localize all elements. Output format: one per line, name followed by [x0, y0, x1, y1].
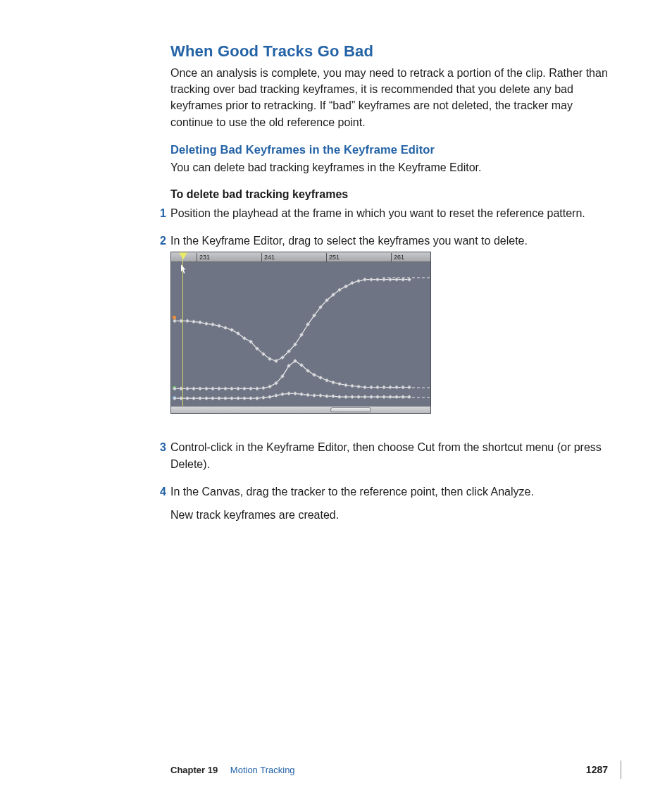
ruler-tick: 231 [197, 253, 210, 262]
svg-rect-78 [407, 386, 411, 390]
subsection-text: You can delete bad tracking keyframes in… [170, 159, 610, 175]
svg-rect-54 [255, 387, 259, 391]
step-result: New track keyframes are created. [170, 507, 610, 523]
chapter-label: Chapter 19 [170, 765, 218, 775]
svg-rect-49 [223, 387, 228, 391]
svg-rect-36 [382, 278, 386, 282]
svg-rect-112 [382, 395, 386, 400]
step-text: Position the playhead at the frame in wh… [170, 207, 585, 219]
svg-rect-65 [325, 378, 329, 383]
svg-rect-70 [356, 385, 361, 389]
keyframe-curves [171, 262, 431, 407]
svg-rect-32 [356, 279, 361, 283]
horizontal-scrollbar [171, 406, 430, 413]
svg-rect-86 [217, 397, 221, 401]
svg-rect-67 [337, 382, 342, 386]
svg-rect-34 [369, 278, 373, 282]
timeline-ruler: 231 241 251 261 [171, 252, 430, 262]
page-number: 1287 [586, 764, 608, 775]
svg-rect-108 [356, 395, 361, 400]
svg-rect-50 [230, 387, 234, 391]
svg-rect-92 [255, 397, 259, 401]
svg-rect-69 [350, 384, 354, 388]
svg-rect-91 [249, 397, 253, 401]
svg-rect-5 [185, 319, 189, 324]
svg-rect-7 [198, 321, 202, 325]
svg-rect-39 [401, 278, 405, 282]
svg-rect-11 [223, 326, 228, 331]
svg-rect-100 [306, 393, 310, 398]
svg-rect-105 [337, 395, 342, 400]
step-3: 3 Control-click in the Keyframe Editor, … [170, 439, 610, 483]
svg-rect-12 [230, 328, 234, 333]
svg-rect-76 [394, 386, 399, 390]
svg-rect-82 [192, 397, 196, 401]
svg-rect-52 [242, 387, 247, 391]
instruction-title: To delete bad tracking keyframes [170, 188, 610, 201]
ruler-tick: 251 [326, 253, 340, 262]
step-number: 4 [155, 483, 166, 500]
svg-rect-30 [344, 285, 348, 289]
svg-rect-31 [350, 281, 354, 285]
svg-rect-10 [217, 324, 221, 328]
ruler-tick: 261 [391, 253, 404, 262]
step-text: Control-click in the Keyframe Editor, th… [170, 441, 602, 469]
svg-rect-77 [401, 386, 405, 390]
svg-rect-40 [407, 278, 411, 282]
svg-rect-48 [217, 387, 221, 391]
svg-rect-6 [192, 320, 196, 324]
svg-rect-33 [363, 278, 367, 282]
svg-rect-110 [369, 395, 373, 400]
svg-rect-8 [204, 322, 209, 326]
svg-rect-64 [318, 376, 323, 380]
svg-rect-19 [274, 359, 278, 364]
scrollbar-thumb [330, 407, 371, 412]
svg-rect-43 [185, 387, 189, 391]
playhead-line [182, 252, 183, 406]
step-text: In the Keyframe Editor, drag to select t… [170, 235, 528, 247]
step-text: In the Canvas, drag the tracker to the r… [170, 486, 534, 498]
svg-rect-93 [261, 396, 266, 400]
svg-rect-104 [331, 395, 335, 399]
ruler-tick: 241 [261, 253, 275, 262]
svg-rect-113 [388, 395, 392, 400]
svg-rect-88 [230, 397, 234, 401]
svg-rect-72 [369, 386, 373, 390]
svg-rect-106 [344, 395, 348, 400]
svg-rect-96 [280, 393, 285, 397]
step-2: 2 In the Keyframe Editor, drag to select… [170, 233, 610, 439]
svg-rect-83 [198, 397, 202, 401]
svg-rect-38 [394, 278, 399, 282]
svg-rect-81 [185, 397, 189, 401]
svg-rect-109 [363, 395, 367, 400]
step-number: 2 [155, 233, 166, 249]
svg-rect-114 [394, 395, 399, 400]
svg-rect-115 [401, 395, 405, 400]
svg-rect-45 [198, 387, 202, 391]
svg-rect-99 [299, 393, 304, 397]
svg-rect-95 [274, 394, 278, 398]
svg-rect-103 [325, 395, 329, 399]
svg-rect-89 [236, 397, 240, 401]
svg-rect-47 [211, 387, 215, 391]
svg-rect-35 [375, 278, 380, 282]
step-4: 4 In the Canvas, drag the tracker to the… [170, 483, 610, 534]
svg-rect-9 [211, 323, 215, 327]
svg-rect-79 [173, 397, 177, 401]
step-number: 1 [155, 205, 166, 221]
svg-rect-3 [173, 319, 177, 324]
svg-rect-71 [363, 386, 367, 390]
svg-rect-44 [192, 387, 196, 391]
svg-rect-56 [268, 385, 272, 389]
svg-rect-73 [375, 386, 380, 390]
svg-rect-66 [331, 381, 335, 385]
svg-rect-101 [312, 394, 316, 398]
svg-rect-46 [204, 387, 209, 391]
chapter-title: Motion Tracking [230, 765, 295, 775]
svg-rect-111 [375, 395, 380, 400]
svg-rect-107 [350, 395, 354, 400]
svg-rect-90 [242, 397, 247, 401]
intro-paragraph: Once an analysis is complete, you may ne… [170, 65, 610, 130]
svg-rect-98 [293, 392, 297, 396]
step-number: 3 [155, 439, 166, 455]
